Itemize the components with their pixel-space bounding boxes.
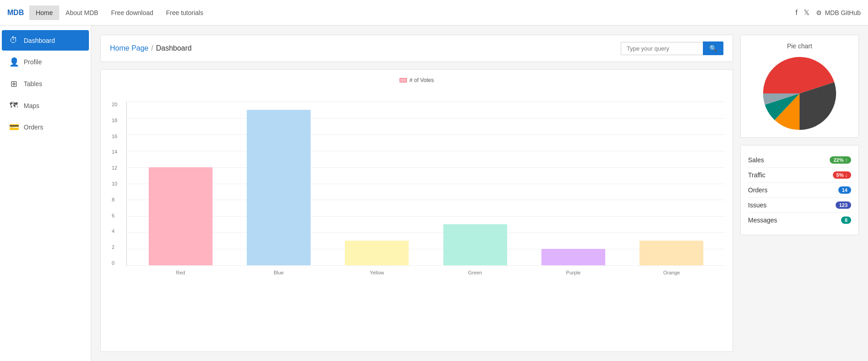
gridline	[127, 265, 725, 266]
dashboard-icon: ⏱	[9, 36, 18, 45]
stat-row-issues: Issues 123	[748, 198, 851, 213]
bar-group: Green	[426, 102, 524, 265]
stat-label-sales: Sales	[748, 156, 826, 164]
sidebar-item-tables[interactable]: ⊞ Tables	[2, 73, 89, 94]
stat-label-issues: Issues	[748, 201, 832, 209]
content-area: Home Page / Dashboard 🔍 # of Votes	[91, 26, 868, 361]
right-panel: Pie chart Sales 22% Traffic 5% Orders 14	[740, 35, 859, 352]
stat-row-sales: Sales 22%	[748, 153, 851, 168]
stat-label-orders: Orders	[748, 186, 835, 194]
stats-card: Sales 22% Traffic 5% Orders 14 Issues 12…	[740, 145, 859, 235]
stat-label-messages: Messages	[748, 217, 837, 224]
stat-row-messages: Messages 8	[748, 213, 851, 227]
bar-group: Orange	[623, 102, 721, 265]
person-icon: 👤	[9, 57, 18, 67]
stat-badge-traffic: 5%	[833, 171, 851, 179]
bar-chart: RedBlueYellowGreenPurpleOrange	[126, 102, 725, 266]
sidebar: ⏱ Dashboard 👤 Profile ⊞ Tables 🗺 Maps 💳 …	[0, 26, 91, 361]
bar-label-purple: Purple	[566, 270, 581, 275]
nav-link-about[interactable]: About MDB	[59, 5, 105, 20]
bar-chart-card: # of Votes 0 2 4 6 8 10 12 14	[100, 69, 733, 352]
stat-row-traffic: Traffic 5%	[748, 168, 851, 183]
bar-chart-container: 0 2 4 6 8 10 12 14 16 18 20	[108, 88, 725, 293]
bar-orange	[639, 241, 703, 265]
search-button[interactable]: 🔍	[703, 41, 723, 55]
bar-blue	[247, 110, 311, 265]
github-icon: ⚙	[816, 9, 822, 16]
nav-link-tutorials[interactable]: Free tutorials	[160, 5, 210, 20]
search-icon: 🔍	[709, 45, 717, 52]
bar-purple	[541, 249, 605, 265]
pie-chart-card: Pie chart	[740, 35, 859, 138]
navbar: MDB Home About MDB Free download Free tu…	[0, 0, 868, 26]
pie-chart-svg	[763, 57, 836, 130]
bar-green	[443, 224, 507, 265]
stat-badge-sales: 22%	[830, 156, 851, 164]
bar-label-red: Red	[176, 270, 185, 275]
breadcrumb-current: Dashboard	[156, 44, 192, 52]
bar-label-green: Green	[468, 270, 482, 275]
table-icon: ⊞	[9, 79, 18, 89]
stat-label-traffic: Traffic	[748, 171, 829, 179]
pie-chart-title: Pie chart	[787, 42, 812, 50]
bar-label-yellow: Yellow	[370, 270, 384, 275]
breadcrumb-home[interactable]: Home Page	[110, 44, 149, 52]
bar-group: Purple	[524, 102, 622, 265]
bar-label-blue: Blue	[274, 270, 284, 275]
stat-badge-issues: 123	[836, 201, 851, 209]
sidebar-item-orders[interactable]: 💳 Orders	[2, 117, 89, 138]
y-axis: 0 2 4 6 8 10 12 14 16 18 20	[112, 102, 117, 266]
nav-links: Home About MDB Free download Free tutori…	[29, 5, 209, 20]
twitter-icon[interactable]: 𝕏	[804, 8, 810, 17]
breadcrumb: Home Page / Dashboard	[110, 44, 192, 52]
github-link[interactable]: ⚙ MDB GitHub	[816, 9, 861, 16]
main-wrapper: ⏱ Dashboard 👤 Profile ⊞ Tables 🗺 Maps 💳 …	[0, 26, 868, 361]
stat-badge-messages: 8	[841, 217, 851, 224]
bar-group: Blue	[229, 102, 327, 265]
stat-badge-orders: 14	[838, 186, 851, 194]
legend-label: # of Votes	[410, 77, 434, 83]
bar-yellow	[345, 241, 409, 265]
navbar-right: f 𝕏 ⚙ MDB GitHub	[795, 8, 861, 17]
navbar-brand[interactable]: MDB	[7, 9, 24, 17]
map-icon: 🗺	[9, 101, 18, 110]
stat-row-orders: Orders 14	[748, 183, 851, 198]
facebook-icon[interactable]: f	[795, 9, 797, 17]
search-bar: 🔍	[621, 41, 723, 55]
sidebar-item-dashboard[interactable]: ⏱ Dashboard	[2, 30, 89, 51]
sidebar-item-profile[interactable]: 👤 Profile	[2, 52, 89, 72]
sidebar-item-maps[interactable]: 🗺 Maps	[2, 95, 89, 116]
legend-color-box	[400, 78, 407, 83]
bar-label-orange: Orange	[663, 270, 680, 275]
content-main: Home Page / Dashboard 🔍 # of Votes	[100, 35, 733, 352]
breadcrumb-separator: /	[151, 44, 153, 52]
search-input[interactable]	[621, 42, 703, 55]
content-header: Home Page / Dashboard 🔍	[100, 35, 733, 62]
bar-red	[149, 167, 213, 265]
chart-legend: # of Votes	[108, 77, 725, 83]
bar-group: Yellow	[328, 102, 426, 265]
bar-group: Red	[131, 102, 229, 265]
nav-link-download[interactable]: Free download	[104, 5, 160, 20]
orders-icon: 💳	[9, 122, 18, 132]
nav-link-home[interactable]: Home	[29, 5, 59, 20]
